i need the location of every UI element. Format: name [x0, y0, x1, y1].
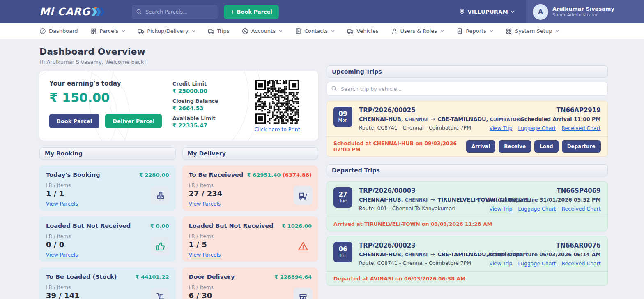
trip-search-input[interactable] [327, 82, 608, 96]
branch-selector[interactable]: VILLUPURAM [459, 9, 515, 15]
trip-status-row: Departed at AVINASI on 06/03/2026 06:38 … [327, 271, 607, 285]
nav-item-dashboard[interactable]: Dashboard [39, 28, 78, 35]
stat-amount: ₹ 2280.00 [139, 172, 169, 178]
trolley-icon [298, 190, 308, 200]
luggage-chart-link[interactable]: Luggage Chart [518, 125, 556, 131]
parcel-icon [90, 28, 97, 35]
trip-links: View TripLuggage ChartReceived Chart [488, 206, 601, 212]
lr-items-value: 39 / 141 [46, 291, 169, 299]
load-button[interactable]: Load [534, 140, 559, 153]
vehicle-icon [347, 28, 354, 35]
chevron-down-icon [122, 30, 125, 32]
user-role: Super Administrator [552, 12, 614, 18]
nav-item-accounts[interactable]: Accounts [242, 28, 283, 35]
received-chart-link[interactable]: Received Chart [561, 206, 600, 212]
vehicle-number: TN66AR0076 [488, 242, 601, 249]
credit-value: ₹ 25000.00 [172, 88, 244, 94]
trip-schedule: Actual Departure 06/03/2026 06:14 AM [488, 251, 601, 257]
credit-value: ₹ 2664.53 [172, 105, 244, 111]
deliver-parcel-button[interactable]: Deliver Parcel [105, 114, 162, 128]
upcoming-trips-header: Upcoming Trips [327, 65, 608, 78]
lr-items-value: 1 / 1 [46, 189, 169, 198]
departed-trips-header: Departed Trips [327, 164, 608, 176]
lr-items-label: LR / Items [46, 285, 169, 290]
search-input[interactable] [132, 5, 217, 19]
trip-route-line: CHENNAI-HUB, CHENNAI → TIRUNELVELI-TOWN,… [359, 197, 488, 203]
departure-button[interactable]: Departure [562, 140, 601, 153]
reports-icon [456, 28, 463, 35]
credit-label: Credit Limit [172, 81, 244, 87]
view-trip-link[interactable]: View Trip [489, 206, 512, 212]
view-trip-link[interactable]: View Trip [489, 260, 512, 267]
trip-status-text: Arrived at TIRUNELVELI-TOWN on 03/03/202… [334, 221, 492, 227]
stat-title: Loaded But Not Received [46, 223, 131, 229]
route-arrow-icon: → [430, 197, 435, 203]
received-chart-link[interactable]: Received Chart [561, 260, 600, 267]
stat-icon-box [294, 186, 313, 205]
logo-text: Mi CARG [39, 6, 90, 18]
app-header: Mi CARG + Book Parcel VILLUPURAM A Arulk… [0, 0, 644, 23]
nav-item-reports[interactable]: Reports [456, 28, 493, 35]
view-parcels-link[interactable]: View Parcels [46, 252, 78, 258]
luggage-chart-link[interactable]: Luggage Chart [518, 206, 556, 212]
trip-schedule: Scheduled Arrival 11:00 PM [489, 116, 600, 122]
trip-search [327, 82, 608, 96]
chevron-down-icon [279, 30, 283, 32]
stat-card: Door Delivery ₹ 228894.64 LR / Items 6 /… [182, 267, 319, 299]
view-parcels-link[interactable]: View Parcels [46, 201, 78, 207]
route-arrow-icon: → [430, 116, 435, 122]
view-parcels-link[interactable]: View Parcels [189, 252, 221, 258]
print-qr-link[interactable]: Click here to Print [254, 126, 300, 132]
box-down-icon [299, 293, 308, 299]
arrival-button[interactable]: Arrival [466, 140, 495, 153]
nav-item-system-setup[interactable]: System Setup [506, 28, 559, 35]
boxes-icon [156, 191, 165, 200]
trip-status-row: Arrived at TIRUNELVELI-TOWN on 03/03/202… [327, 217, 607, 231]
nav-item-trips[interactable]: Trips [208, 28, 230, 35]
gauge-icon [39, 28, 46, 35]
received-chart-link[interactable]: Received Chart [561, 125, 600, 131]
stat-icon-box [151, 237, 170, 256]
search-icon [136, 9, 142, 15]
credit-item: Available Limit ₹ 22335.47 [172, 115, 244, 129]
luggage-chart-link[interactable]: Luggage Chart [518, 260, 556, 267]
vehicle-number: TN66SP4069 [488, 187, 601, 195]
lr-items-label: LR / Items [189, 183, 312, 188]
user-menu[interactable]: A Arulkumar Sivasamy Super Administrator [526, 0, 644, 23]
qr-code [252, 80, 302, 124]
vehicle-number: TN66AP2919 [489, 107, 600, 114]
my-booking-header: My Booking [39, 147, 176, 160]
branch-name: VILLUPURAM [467, 9, 508, 15]
users-icon [391, 28, 398, 35]
thumbs-up-icon [155, 241, 166, 252]
trip-card: 27 Tue TRP/2026/00003 CHENNAI-HUB, CHENN… [327, 181, 608, 231]
stat-title: To Be Loaded (Stock) [46, 274, 117, 280]
credit-summary: Credit Limit ₹ 25000.00 Closing Balance … [172, 80, 244, 132]
trip-route: Route: CC8741 - Chennai - Coimbatore 7PM [359, 260, 488, 266]
nav-item-users-roles[interactable]: Users & Roles [391, 28, 444, 35]
chevron-down-icon [555, 30, 559, 32]
book-parcel-header-button[interactable]: + Book Parcel [224, 5, 279, 19]
view-parcels-link[interactable]: View Parcels [189, 201, 221, 207]
credit-label: Available Limit [172, 115, 244, 121]
nav-item-vehicles[interactable]: Vehicles [347, 28, 378, 35]
earnings-title: Your earning's today [49, 80, 172, 87]
truck-icon [138, 28, 144, 35]
book-parcel-button[interactable]: Book Parcel [49, 114, 99, 128]
trip-route: Route: 001 - Chennai To Kanyakumari [359, 205, 488, 211]
trip-schedule: Actual Departure 31/01/2026 05:52 PM [488, 197, 601, 203]
stat-icon-box [294, 237, 313, 256]
nav-item-pickup-delivery[interactable]: Pickup/Delivery [138, 28, 195, 35]
nav-item-parcels[interactable]: Parcels [90, 28, 126, 35]
credit-value: ₹ 22335.47 [172, 122, 244, 129]
chevron-down-icon [511, 10, 515, 13]
user-name: Arulkumar Sivasamy [552, 6, 614, 12]
trip-number: TRP/2026/00003 [359, 187, 488, 195]
nav-item-contacts[interactable]: Contacts [295, 28, 335, 35]
receive-button[interactable]: Receive [499, 140, 531, 153]
stat-amount: ₹ 228894.64 [274, 274, 312, 280]
lr-items-label: LR / Items [46, 234, 169, 239]
view-trip-link[interactable]: View Trip [489, 125, 512, 131]
trip-truck-icon [208, 28, 214, 35]
lr-items-label: LR / Items [189, 285, 312, 290]
